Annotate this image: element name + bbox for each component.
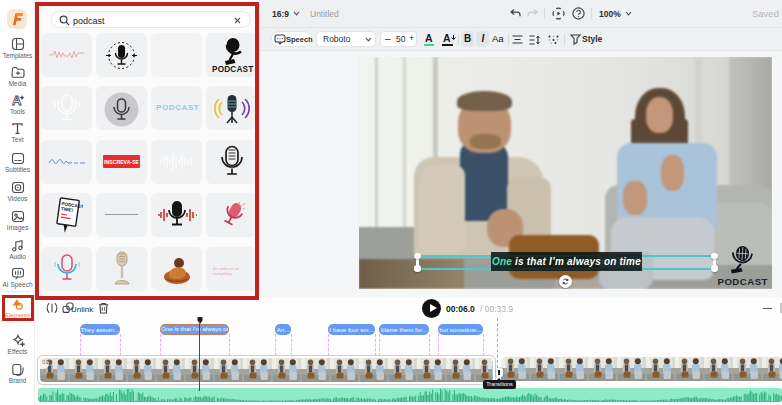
svg-text:A: A xyxy=(12,93,22,107)
svg-text:PODCAST: PODCAST xyxy=(718,275,768,286)
